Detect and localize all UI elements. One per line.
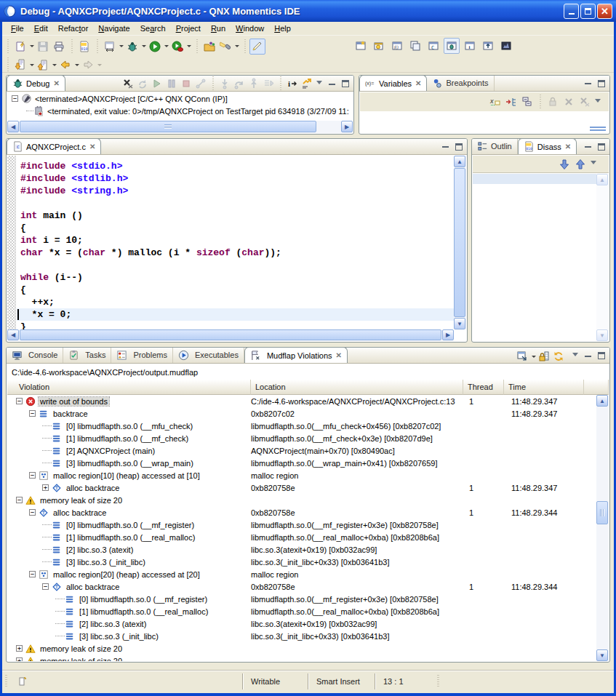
refresh-icon[interactable] [551,349,566,364]
violation-row[interactable]: [2] libc.so.3 (atexit)libc.so.3(atexit+0… [7,617,596,630]
view-menu-icon[interactable] [314,79,324,89]
column-violation[interactable]: Violation [7,380,251,395]
disassembly-scrollbar[interactable] [596,174,609,341]
forward-dropdown-icon[interactable] [96,57,103,73]
open-violation-file-icon[interactable] [516,349,530,364]
launch-config-dropdown-icon[interactable] [118,39,124,55]
maximize-button[interactable] [580,4,596,19]
violation-row[interactable]: [0] libmudflapth.so.0 (__mf_register)lib… [7,593,596,605]
menu-search[interactable]: Search [135,23,171,34]
tab-disassembly[interactable]: 010 Disass✕ [518,138,577,154]
open-element-icon[interactable] [201,39,217,55]
column-time[interactable]: Time [504,380,584,395]
memory-view-shortcut-icon[interactable] [498,38,514,54]
violations-vertical-scrollbar[interactable] [596,395,609,661]
profile-dropdown-icon[interactable] [185,39,192,55]
collapse-icon[interactable]: − [16,398,23,404]
expand-icon[interactable]: + [16,657,23,661]
tab-variables[interactable]: (x)= Variables✕ [359,75,427,91]
minimize-view-icon[interactable] [583,351,593,361]
code-line[interactable]: } [17,321,454,329]
violation-row[interactable]: −write out of boundsC:/ide-4.6-workspace… [7,395,596,407]
collapse-icon[interactable]: − [29,472,36,479]
maximize-view-icon[interactable] [596,79,607,88]
previous-annotation-icon[interactable] [35,57,51,73]
minimize-view-icon[interactable] [583,142,593,151]
use-step-filters-icon[interactable] [300,76,314,91]
code-line[interactable]: { [17,284,454,296]
step-into-icon[interactable] [217,76,232,91]
copy-view-shortcut-icon[interactable] [407,38,423,54]
menu-window[interactable]: Window [231,23,269,34]
debug-view-shortcut-icon[interactable] [444,38,460,54]
new-wizard-dropdown-icon[interactable] [28,39,35,55]
back-icon[interactable] [57,57,73,73]
minimize-view-icon[interactable] [583,79,593,88]
minimize-button[interactable] [564,4,579,19]
expand-icon[interactable]: + [16,645,23,652]
close-tab-icon[interactable]: ✕ [415,79,421,87]
close-tab-icon[interactable]: ✕ [336,351,342,359]
collapse-icon[interactable]: − [16,497,23,503]
search-icon[interactable] [217,39,233,55]
violation-row[interactable]: [2] AQNXCProject (main)AQNXCProject(main… [7,444,596,457]
print-icon[interactable] [51,39,67,55]
view-menu-icon[interactable] [588,159,599,169]
expand-icon[interactable]: + [42,484,49,491]
tab-breakpoints[interactable]: Breakpoints [427,75,494,91]
violation-row[interactable]: [1] libmudflapth.so.0 (__real_malloc)lib… [7,605,596,617]
violation-row[interactable]: [1] libmudflapth.so.0 (__real_malloc)lib… [7,531,596,543]
view-menu-icon[interactable] [570,351,580,361]
code-line-current[interactable]: *x = 0; [17,308,454,321]
tab-executables[interactable]: Executables [173,347,244,363]
change-value-icon[interactable] [545,94,561,110]
violation-row[interactable]: +memory leak of size 20 [7,642,596,655]
close-tab-icon[interactable]: ✕ [89,143,95,151]
save-icon[interactable] [35,39,51,55]
violation-row[interactable]: −alloc backtrace0xb820758e111:48.29.344 [7,506,596,519]
code-line[interactable]: char *x = (char *) malloc (i * sizeof (c… [17,247,454,259]
lock-columns-icon[interactable] [537,349,551,364]
menu-navigate[interactable]: Navigate [93,23,135,34]
title-bar[interactable]: Debug - AQNXCProject/AQNXCProject.c - QN… [0,0,616,22]
violation-row[interactable]: [1] libmudflapth.so.0 (__mf_check)libmud… [7,432,596,444]
column-thread[interactable]: Thread [463,380,504,395]
suspend-icon[interactable] [164,76,179,91]
violation-row[interactable]: [3] libc.so.3 (_init_libc)libc.so.3(_ini… [7,630,596,642]
violation-row[interactable]: [0] libmudflapth.so.0 (__mf_register)lib… [7,519,596,531]
collapse-icon[interactable]: − [42,583,49,590]
code-line[interactable]: #include <stdlib.h> [17,172,454,185]
collapse-icon[interactable]: − [12,95,18,102]
debug-dropdown-icon[interactable] [140,39,147,55]
console-view-shortcut-icon[interactable]: C [425,38,441,54]
code-line[interactable]: ++x; [17,296,454,308]
launch-config-icon[interactable] [102,39,118,55]
add-global-variables-icon[interactable] [503,94,519,110]
code-line[interactable]: int main () [17,209,454,222]
code-line[interactable] [17,259,454,271]
collapse-icon[interactable]: − [29,410,36,417]
tab-debug[interactable]: Debug✕ [7,75,65,91]
tab-outline[interactable]: Outlin [472,138,518,154]
violation-row[interactable]: −alloc backtrace0xb820758e111:48.29.344 [7,580,596,593]
menu-edit[interactable]: Edit [29,23,53,34]
column-location[interactable]: Location [251,380,463,395]
variables-detail-pane[interactable] [360,125,609,133]
run-icon[interactable] [147,39,163,55]
restart-icon[interactable] [135,76,150,91]
run-dropdown-icon[interactable] [163,39,169,55]
close-tab-icon[interactable]: ✕ [53,79,59,87]
last-edit-location-icon[interactable] [12,57,28,73]
violation-row[interactable]: −memory leak of size 20 [7,494,596,506]
step-return-icon[interactable] [247,76,261,91]
violation-row[interactable]: +alloc backtrace0xb820758e111:48.29.347 [7,481,596,494]
new-view-shortcut-icon[interactable] [353,38,369,54]
debug-tree-item[interactable]: −<terminated>AQNXCProject [C/C++ QNX QCo… [7,92,353,105]
code-line[interactable] [17,197,454,209]
collapse-icon[interactable]: − [29,509,36,516]
violation-row[interactable]: [0] libmudflapth.so.0 (__mfu_check)libmu… [7,420,596,432]
sun-view-shortcut-icon[interactable] [371,38,387,54]
back-dropdown-icon[interactable] [73,57,80,73]
scroll-up-icon[interactable] [572,156,588,172]
menu-refactor[interactable]: Refactor [53,23,94,34]
